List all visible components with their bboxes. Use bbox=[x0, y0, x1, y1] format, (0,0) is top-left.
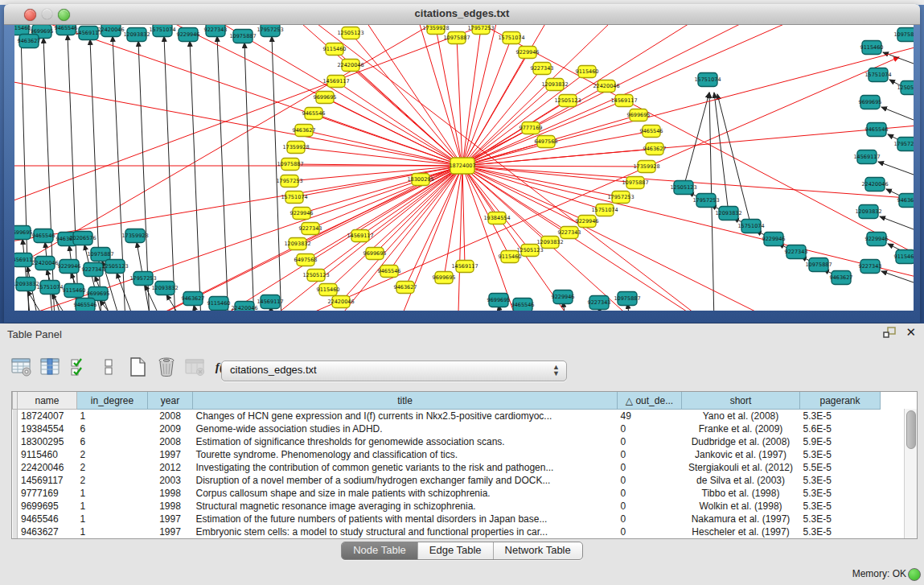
graph-selected-node[interactable]: 9227343 bbox=[531, 63, 554, 75]
graph-edge[interactable] bbox=[304, 130, 462, 166]
graph-node[interactable]: 15751074 bbox=[36, 281, 63, 295]
table-cell[interactable]: 22420046 bbox=[18, 461, 77, 474]
graph-selected-node[interactable]: 10975887 bbox=[277, 159, 303, 171]
table-cell[interactable] bbox=[881, 513, 906, 525]
graph-node[interactable]: 12093832 bbox=[855, 205, 881, 219]
graph-node[interactable]: 22420046 bbox=[231, 302, 257, 311]
graph-node[interactable]: 20206576 bbox=[69, 232, 96, 245]
graph-edge[interactable] bbox=[306, 166, 462, 260]
delete-column-icon[interactable] bbox=[153, 355, 180, 379]
table-cell[interactable]: 2008 bbox=[148, 410, 193, 423]
network-window[interactable]: citations_edges.txt 12505123911546022420… bbox=[4, 4, 920, 323]
graph-selected-node[interactable]: 9777169 bbox=[519, 122, 543, 134]
table-row[interactable]: 1456911722003Disruption of a novel membe… bbox=[13, 474, 906, 487]
table-cell[interactable]: 0 bbox=[618, 500, 682, 513]
column-header-name[interactable]: name bbox=[18, 392, 77, 410]
table-cell[interactable]: Changes of HCN gene expression and I(f) … bbox=[193, 410, 618, 423]
table-cell[interactable]: 5.6E-5 bbox=[800, 422, 881, 435]
graph-node[interactable]: 9699695 bbox=[487, 294, 511, 307]
table-cell[interactable]: 9465546 bbox=[18, 513, 77, 525]
graph-edge[interactable] bbox=[462, 166, 465, 266]
graph-node[interactable]: 9463627 bbox=[830, 271, 853, 285]
graph-selected-node[interactable]: 14569117 bbox=[451, 261, 478, 273]
graph-node[interactable]: 9227343 bbox=[588, 296, 611, 310]
table-cell[interactable]: Tibbo et al. (1998) bbox=[682, 487, 800, 500]
graph-selected-node[interactable]: 17359928 bbox=[282, 142, 309, 154]
graph-edge[interactable] bbox=[310, 166, 462, 229]
table-cell[interactable]: 5.3E-5 bbox=[800, 487, 881, 500]
graph-node[interactable]: 17359928 bbox=[121, 229, 148, 243]
table-cell[interactable]: Estimation of significance thresholds fo… bbox=[193, 435, 618, 448]
table-cell[interactable]: Jankovic et al. (1997) bbox=[682, 448, 800, 461]
graph-selected-node[interactable]: 9699695 bbox=[314, 92, 337, 104]
graph-node[interactable]: 12505123 bbox=[670, 181, 696, 195]
graph-node[interactable]: 9699695 bbox=[859, 96, 882, 109]
graph-node[interactable]: 12093832 bbox=[123, 28, 150, 42]
table-cell[interactable]: Structural magnetic resonance image aver… bbox=[193, 500, 618, 513]
table-row[interactable]: 946362711997Embryonic stem cells: a mode… bbox=[13, 525, 906, 538]
column-header-in-degree[interactable]: in_degree bbox=[77, 392, 148, 410]
table-cell[interactable]: 2 bbox=[77, 461, 148, 474]
table-cell[interactable]: 5.3E-5 bbox=[800, 474, 881, 487]
graph-node[interactable]: 10975887 bbox=[614, 292, 640, 306]
graph-node[interactable]: 12093832 bbox=[715, 207, 741, 220]
table-cell[interactable]: 2 bbox=[77, 448, 148, 461]
table-cell[interactable]: 1998 bbox=[148, 500, 193, 513]
table-cell[interactable]: 2009 bbox=[148, 422, 193, 435]
table-cell[interactable]: Genome-wide association studies in ADHD. bbox=[193, 422, 618, 435]
graph-edge[interactable] bbox=[272, 36, 281, 311]
table-cell[interactable]: 9463627 bbox=[18, 525, 77, 538]
table-header-row[interactable]: namein_degreeyeartitle△ out_de...shortpa… bbox=[13, 392, 906, 410]
graph-selected-node[interactable]: 12505123 bbox=[337, 27, 363, 39]
network-window-titlebar[interactable]: citations_edges.txt bbox=[4, 4, 920, 25]
table-cell[interactable]: 2008 bbox=[148, 435, 193, 448]
graph-node[interactable]: 9229946 bbox=[865, 233, 889, 246]
table-cell[interactable]: 5.3E-5 bbox=[800, 525, 881, 538]
graph-selected-node[interactable]: 6497568 bbox=[535, 136, 558, 148]
graph-edge[interactable] bbox=[462, 101, 624, 166]
graph-edge[interactable] bbox=[462, 25, 513, 166]
graph-edge[interactable] bbox=[462, 52, 528, 166]
graph-node[interactable]: 9465546 bbox=[55, 25, 78, 35]
table-cell[interactable]: 6 bbox=[77, 422, 148, 435]
table-row[interactable]: 977716911998Corpus callosum shape and si… bbox=[13, 487, 906, 500]
graph-edge[interactable] bbox=[336, 81, 462, 166]
graph-node[interactable]: 9229946 bbox=[762, 233, 786, 246]
graph-edge[interactable] bbox=[880, 216, 914, 229]
table-cell[interactable]: 0 bbox=[618, 474, 682, 487]
graph-selected-node[interactable]: 9115460 bbox=[576, 66, 599, 78]
table-row[interactable]: 2242004622012Investigating the contribut… bbox=[13, 461, 906, 474]
table-cell[interactable]: Tourette syndrome. Phenomenology and cla… bbox=[193, 448, 618, 461]
graph-node[interactable]: 9465546 bbox=[865, 123, 889, 137]
graph-node[interactable]: 9115460 bbox=[207, 297, 231, 311]
table-cell[interactable]: 5.3E-5 bbox=[800, 448, 881, 461]
table-cell[interactable] bbox=[881, 410, 906, 423]
graph-selected-node[interactable]: 9463627 bbox=[293, 125, 316, 137]
graph-node[interactable]: 9115460 bbox=[894, 250, 914, 264]
graph-selected-node[interactable]: 9115460 bbox=[499, 251, 522, 263]
delete-table-icon[interactable] bbox=[182, 355, 209, 379]
graph-selected-node[interactable]: 9229946 bbox=[290, 208, 314, 220]
graph-hub-node[interactable]: 18724007 bbox=[449, 158, 475, 174]
table-cell[interactable]: Embryonic stem cells: a model to study s… bbox=[193, 525, 618, 538]
new-column-icon[interactable] bbox=[124, 355, 151, 379]
graph-edge[interactable] bbox=[21, 35, 29, 311]
graph-node[interactable]: 10975887 bbox=[893, 28, 914, 42]
graph-edge[interactable] bbox=[878, 162, 914, 175]
table-cell[interactable]: 1 bbox=[77, 487, 148, 500]
graph-selected-node[interactable]: 10975887 bbox=[622, 177, 648, 189]
table-cell[interactable]: 1998 bbox=[148, 487, 193, 500]
table-cell[interactable]: 0 bbox=[618, 461, 682, 474]
table-cell[interactable]: 1997 bbox=[148, 513, 193, 525]
table-cell[interactable]: Hescheler et al. (1997) bbox=[682, 525, 800, 538]
table-cell[interactable]: 9115460 bbox=[18, 448, 77, 461]
table-cell[interactable]: 1 bbox=[77, 513, 148, 525]
table-row[interactable]: 969969511998Structural magnetic resonanc… bbox=[13, 500, 906, 513]
table-cell[interactable]: 0 bbox=[618, 487, 682, 500]
graph-selected-node[interactable]: 17957253 bbox=[276, 175, 302, 187]
graph-node[interactable]: 10975887 bbox=[805, 258, 832, 272]
table-cell[interactable]: 2003 bbox=[148, 474, 193, 487]
graph-node[interactable]: 9463627 bbox=[18, 35, 41, 48]
network-canvas[interactable]: 1250512391154602242004614569117969969594… bbox=[14, 25, 914, 311]
graph-node[interactable]: 9229946 bbox=[177, 28, 200, 42]
